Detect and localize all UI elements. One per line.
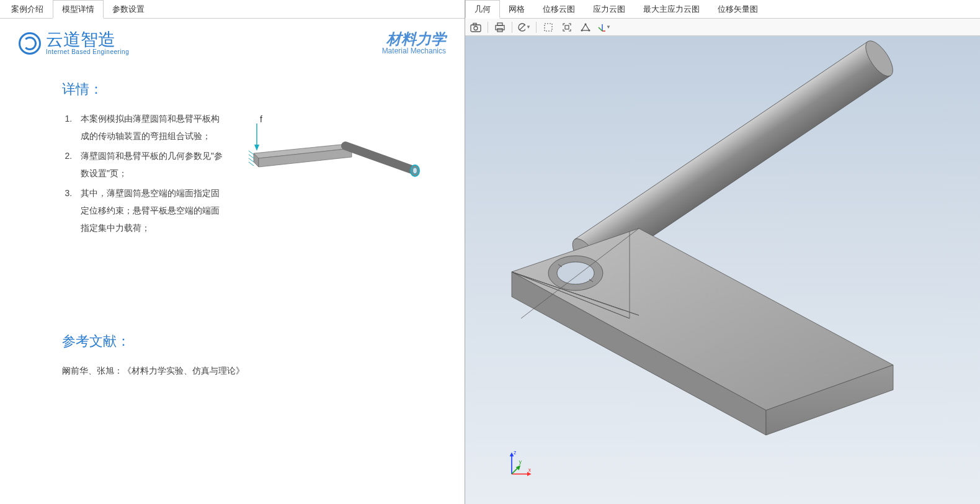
- axis-icon[interactable]: ▼: [597, 20, 611, 34]
- svg-marker-11: [254, 145, 259, 151]
- svg-line-19: [520, 24, 525, 30]
- tab-displacement-vector[interactable]: 位移矢量图: [709, 0, 767, 18]
- svg-line-6: [249, 151, 254, 155]
- details-item-3: 其中，薄壁圆筒悬空端的端面指定固定位移约束；悬臂平板悬空端的端面指定集中力载荷；: [74, 184, 223, 236]
- axis-y-label: y: [519, 459, 522, 465]
- svg-rect-20: [545, 24, 552, 31]
- svg-line-7: [249, 155, 254, 158]
- tab-mesh[interactable]: 网格: [500, 0, 534, 18]
- svg-line-23: [586, 24, 589, 30]
- svg-rect-15: [496, 25, 504, 30]
- tab-param-settings[interactable]: 参数设置: [104, 0, 154, 18]
- svg-line-8: [249, 158, 254, 162]
- dropdown-caret-icon: ▼: [526, 24, 531, 30]
- details-item-1: 本案例模拟由薄壁圆筒和悬臂平板构成的传动轴装置的弯扭组合试验；: [74, 110, 223, 145]
- viewport-toolbar: ▼ ▼: [465, 19, 980, 36]
- svg-point-13: [474, 26, 478, 30]
- print-icon[interactable]: [493, 20, 507, 34]
- brand-logo-left: 云道智造 Internet Based Engineering: [19, 31, 129, 55]
- select-box-icon[interactable]: [541, 20, 555, 34]
- svg-rect-16: [497, 23, 502, 25]
- svg-marker-58: [510, 452, 514, 457]
- svg-line-22: [582, 24, 586, 30]
- references-section: 参考文献： 阚前华、张旭：《材料力学实验、仿真与理论》: [62, 332, 427, 379]
- svg-rect-12: [471, 25, 481, 32]
- svg-rect-21: [565, 25, 569, 29]
- tab-displacement-contour[interactable]: 位移云图: [534, 0, 584, 18]
- surface-edge-icon[interactable]: [579, 20, 592, 34]
- svg-line-30: [599, 27, 602, 31]
- references-heading: 参考文献：: [62, 332, 427, 351]
- axis-x-label: x: [528, 467, 532, 473]
- brand-logo-icon: [19, 32, 41, 55]
- geometry-model: [465, 36, 980, 504]
- svg-line-3: [345, 146, 415, 171]
- header-logos: 云道智造 Internet Based Engineering 材料力学 Mat…: [0, 19, 465, 61]
- svg-point-52: [557, 262, 594, 284]
- right-panel: 几何 网格 位移云图 应力云图 最大主应力云图 位移矢量图 ▼: [465, 0, 980, 504]
- details-heading: 详情：: [62, 80, 427, 99]
- subject-title: 材料力学: [382, 32, 446, 47]
- references-text: 阚前华、张旭：《材料力学实验、仿真与理论》: [62, 362, 427, 379]
- circle-slash-icon[interactable]: ▼: [517, 20, 531, 34]
- left-panel: 案例介绍 模型详情 参数设置 云道智造 Internet Based Engin…: [0, 0, 465, 504]
- svg-point-5: [413, 168, 417, 174]
- tab-geometry[interactable]: 几何: [465, 0, 500, 19]
- fit-view-icon[interactable]: [560, 20, 574, 34]
- svg-point-25: [581, 29, 583, 31]
- content-area: 详情： 本案例模拟由薄壁圆筒和悬臂平板构成的传动轴装置的弯扭组合试验； 薄壁圆筒…: [0, 61, 465, 504]
- details-list: 本案例模拟由薄壁圆筒和悬臂平板构成的传动轴装置的弯扭组合试验； 薄壁圆筒和悬臂平…: [62, 110, 223, 239]
- brand-sub: Internet Based Engineering: [46, 48, 129, 55]
- toolbar-separator: [488, 22, 488, 33]
- svg-line-9: [249, 162, 254, 166]
- svg-point-27: [589, 29, 590, 31]
- svg-point-26: [585, 23, 587, 25]
- brand-name: 云道智造: [46, 31, 129, 48]
- details-diagram: f: [241, 110, 427, 203]
- tab-max-principal-stress[interactable]: 最大主应力云图: [635, 0, 709, 18]
- tab-case-intro[interactable]: 案例介绍: [2, 0, 53, 18]
- tab-model-details[interactable]: 模型详情: [53, 0, 104, 19]
- subject-sub: Material Mechanics: [382, 47, 446, 55]
- brand-logo-right: 材料力学 Material Mechanics: [382, 32, 446, 55]
- axis-gizmo: z x y: [502, 448, 533, 479]
- camera-icon[interactable]: [469, 20, 483, 34]
- toolbar-separator: [536, 22, 537, 33]
- viewport-3d[interactable]: z x y: [465, 36, 980, 504]
- details-item-2: 薄壁圆筒和悬臂平板的几何参数见"参数设置"页；: [74, 147, 223, 182]
- toolbar-separator: [512, 22, 512, 33]
- right-tab-bar: 几何 网格 位移云图 应力云图 最大主应力云图 位移矢量图: [465, 0, 980, 19]
- tab-stress-contour[interactable]: 应力云图: [584, 0, 635, 18]
- axis-z-label: z: [514, 449, 516, 456]
- left-tab-bar: 案例介绍 模型详情 参数设置: [0, 0, 465, 19]
- svg-rect-14: [473, 23, 476, 25]
- force-label: f: [260, 114, 262, 124]
- dropdown-caret-icon: ▼: [606, 24, 611, 30]
